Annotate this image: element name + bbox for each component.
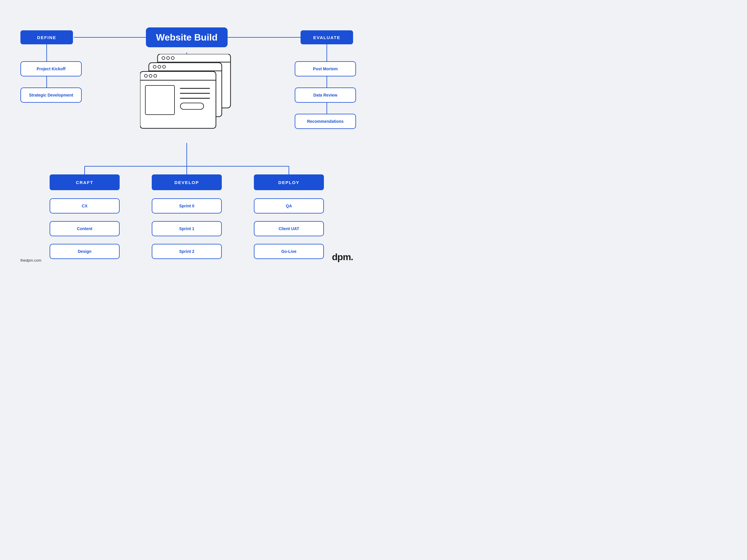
qa-box: QA [254,198,324,213]
diagram: Website Build DEFINE Project Kickoff Str… [12,12,362,268]
content-box: Content [50,221,120,236]
sprint1-label: Sprint 1 [179,226,194,231]
define-label: DEFINE [37,35,56,40]
design-label: Design [78,249,92,254]
client-uat-label: Client UAT [279,226,300,231]
define-box: DEFINE [20,30,73,44]
client-uat-box: Client UAT [254,221,324,236]
go-live-box: Go-Live [254,244,324,259]
data-review-label: Data Review [313,93,337,98]
project-kickoff-label: Project Kickoff [37,66,66,71]
recommendations-box: Recommendations [295,114,356,129]
strategic-development-box: Strategic Development [20,87,82,103]
craft-label: CRAFT [76,180,93,185]
strategic-development-label: Strategic Development [29,93,73,98]
cx-box: CX [50,198,120,213]
watermark-right: dpm. [332,252,353,263]
project-kickoff-box: Project Kickoff [20,61,82,76]
content-label: Content [77,226,93,231]
data-review-box: Data Review [295,87,356,103]
recommendations-label: Recommendations [307,119,343,124]
website-illustration [140,54,233,144]
sprint0-box: Sprint 0 [152,198,222,213]
deploy-box: DEPLOY [254,175,324,190]
watermark-left: thedpm.com [20,258,42,263]
design-box: Design [50,244,120,259]
qa-label: QA [286,204,292,208]
title-label: Website Build [156,32,218,43]
evaluate-label: EVALUATE [313,35,340,40]
sprint1-box: Sprint 1 [152,221,222,236]
cx-label: CX [82,204,87,208]
develop-label: DEVELOP [175,180,199,185]
sprint2-label: Sprint 2 [179,249,194,254]
title-box: Website Build [146,27,228,47]
craft-box: CRAFT [50,175,120,190]
post-mortem-box: Post Mortem [295,61,356,76]
go-live-label: Go-Live [281,249,297,254]
develop-box: DEVELOP [152,175,222,190]
deploy-label: DEPLOY [278,180,300,185]
sprint0-label: Sprint 0 [179,204,194,208]
post-mortem-label: Post Mortem [313,66,338,71]
evaluate-box: EVALUATE [301,30,353,44]
sprint2-box: Sprint 2 [152,244,222,259]
